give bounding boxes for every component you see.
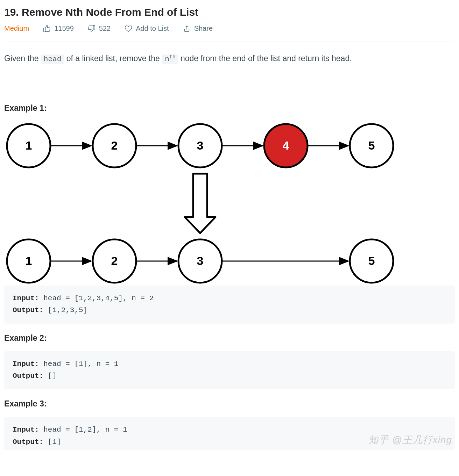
svg-text:2: 2 <box>111 139 118 152</box>
svg-text:3: 3 <box>197 139 204 152</box>
heart-icon <box>125 25 132 33</box>
svg-text:5: 5 <box>368 254 375 267</box>
example-2-code: Input: head = [1], n = 1 Output: [] <box>4 351 455 389</box>
share-icon <box>183 25 191 33</box>
dislikes-button[interactable]: 522 <box>88 24 111 33</box>
thumbs-down-icon <box>88 25 96 33</box>
dislikes-count: 522 <box>99 24 111 33</box>
add-to-list-button[interactable]: Add to List <box>125 24 169 33</box>
svg-text:5: 5 <box>368 139 375 152</box>
problem-description: Given the head of a linked list, remove … <box>4 52 455 65</box>
difficulty-badge: Medium <box>4 24 29 33</box>
share-label: Share <box>194 24 213 33</box>
svg-text:3: 3 <box>197 254 204 267</box>
add-to-list-label: Add to List <box>136 24 169 33</box>
example-1-diagram: 123451235 <box>4 121 455 286</box>
example-3-heading: Example 3: <box>4 399 455 409</box>
thumbs-up-icon <box>43 25 51 33</box>
likes-count: 11599 <box>54 24 74 33</box>
example-3-code: Input: head = [1,2], n = 1 Output: [1] <box>4 417 455 450</box>
code-nth: nth <box>162 55 178 64</box>
svg-text:1: 1 <box>26 254 32 267</box>
problem-title: 19. Remove Nth Node From End of List <box>4 6 455 18</box>
likes-button[interactable]: 11599 <box>43 24 74 33</box>
svg-marker-25 <box>185 174 216 233</box>
example-2-heading: Example 2: <box>4 333 455 343</box>
example-1-heading: Example 1: <box>4 103 455 113</box>
meta-bar: Medium 11599 522 Add to List Share <box>4 24 455 42</box>
example-1-code: Input: head = [1,2,3,4,5], n = 2 Output:… <box>4 286 455 324</box>
svg-text:2: 2 <box>111 254 118 267</box>
svg-text:1: 1 <box>26 139 32 152</box>
share-button[interactable]: Share <box>183 24 213 33</box>
code-head: head <box>41 55 64 64</box>
svg-text:4: 4 <box>283 139 289 152</box>
